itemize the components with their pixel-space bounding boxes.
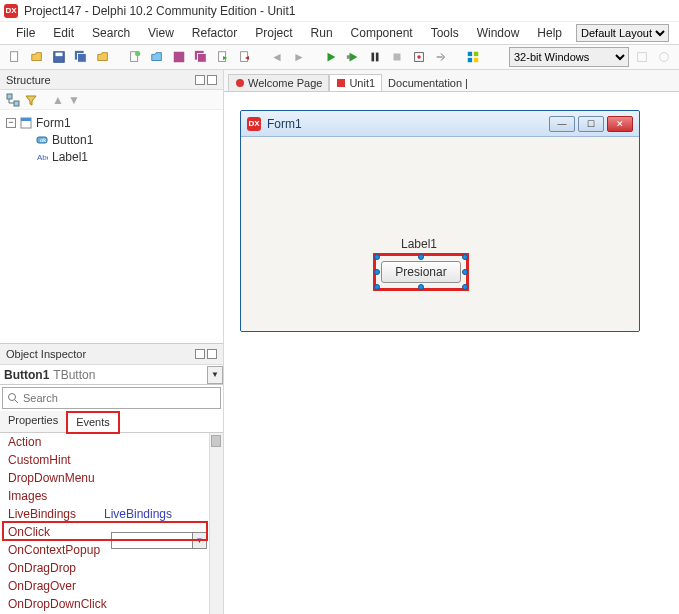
svg-point-6 bbox=[135, 51, 140, 56]
design-form[interactable]: DX Form1 — ☐ ✕ Label1 Presionar bbox=[240, 110, 640, 332]
toolbar-openproj-icon[interactable] bbox=[94, 48, 112, 66]
document-tabs: Welcome Page Unit1 Documentation | bbox=[224, 70, 679, 92]
oi-search[interactable] bbox=[2, 387, 221, 409]
tree-label1[interactable]: Abc Label1 bbox=[6, 148, 217, 165]
svg-rect-29 bbox=[21, 118, 31, 121]
oi-close-icon[interactable] bbox=[207, 349, 217, 359]
menu-refactor[interactable]: Refactor bbox=[188, 24, 241, 42]
tree-root[interactable]: − Form1 bbox=[6, 114, 217, 131]
resize-handle[interactable] bbox=[418, 284, 424, 290]
toolbar-folder-icon[interactable] bbox=[148, 48, 166, 66]
oi-component-selector[interactable]: Button1 TButton ▼ bbox=[0, 365, 223, 385]
menu-run[interactable]: Run bbox=[307, 24, 337, 42]
close-panel-icon[interactable] bbox=[207, 75, 217, 85]
expander-icon[interactable]: − bbox=[6, 118, 16, 128]
menu-view[interactable]: View bbox=[144, 24, 178, 42]
event-row: OnDropDownClick bbox=[0, 595, 223, 613]
event-row: Images bbox=[0, 487, 223, 505]
form-designer[interactable]: DX Form1 — ☐ ✕ Label1 Presionar bbox=[224, 92, 679, 614]
svg-rect-16 bbox=[376, 53, 379, 62]
tree-button1[interactable]: ok Button1 bbox=[6, 131, 217, 148]
svg-rect-2 bbox=[56, 53, 63, 57]
menu-component[interactable]: Component bbox=[347, 24, 417, 42]
onclick-dropdown-icon[interactable]: ▼ bbox=[192, 533, 206, 548]
pin-icon[interactable] bbox=[195, 75, 205, 85]
platform-selector[interactable]: 32-bit Windows bbox=[509, 47, 629, 67]
event-row: CustomHint bbox=[0, 451, 223, 469]
resize-handle[interactable] bbox=[374, 269, 380, 275]
maximize-icon[interactable]: ☐ bbox=[578, 116, 604, 132]
toolbar-back-icon[interactable]: ◄ bbox=[268, 48, 286, 66]
minimize-icon[interactable]: — bbox=[549, 116, 575, 132]
toolbar-saveall-icon[interactable] bbox=[72, 48, 90, 66]
resize-handle[interactable] bbox=[418, 254, 424, 260]
toolbar-extra1-icon[interactable] bbox=[633, 48, 651, 66]
svg-text:▸: ▸ bbox=[223, 53, 227, 62]
welcome-tab-icon bbox=[235, 78, 245, 88]
menu-tools[interactable]: Tools bbox=[427, 24, 463, 42]
resize-handle[interactable] bbox=[374, 254, 380, 260]
menu-project[interactable]: Project bbox=[251, 24, 296, 42]
form-client-area[interactable]: Label1 Presionar bbox=[241, 137, 639, 331]
toolbar-fwd-icon[interactable]: ► bbox=[290, 48, 308, 66]
struct-down-icon[interactable]: ▼ bbox=[68, 93, 80, 107]
button-node-icon: ok bbox=[36, 134, 48, 146]
tab-events[interactable]: Events bbox=[67, 412, 119, 433]
oi-events-list[interactable]: Action CustomHint DropDownMenu Images Li… bbox=[0, 433, 223, 614]
form-app-icon: DX bbox=[247, 117, 261, 131]
toolbar-removefile-icon[interactable]: ◂ bbox=[236, 48, 254, 66]
structure-tree[interactable]: − Form1 ok Button1 Abc Label1 bbox=[0, 110, 223, 344]
trace-icon[interactable] bbox=[410, 48, 428, 66]
toolbar-addfile-icon[interactable]: ▸ bbox=[214, 48, 232, 66]
svg-rect-27 bbox=[14, 101, 19, 106]
toolbar-extra2-icon[interactable] bbox=[655, 48, 673, 66]
tab-documentation[interactable]: Documentation | bbox=[382, 75, 474, 91]
onclick-value-input[interactable]: ▼ bbox=[111, 532, 207, 549]
design-button1-wrap[interactable]: Presionar bbox=[377, 257, 465, 287]
menu-help[interactable]: Help bbox=[533, 24, 566, 42]
toolbar-new-icon[interactable] bbox=[6, 48, 24, 66]
menu-search[interactable]: Search bbox=[88, 24, 134, 42]
stop-icon[interactable] bbox=[388, 48, 406, 66]
svg-point-33 bbox=[9, 394, 16, 401]
pause-icon[interactable] bbox=[366, 48, 384, 66]
struct-filter-icon[interactable] bbox=[24, 93, 38, 107]
toolbar-save-icon[interactable] bbox=[50, 48, 68, 66]
tab-properties[interactable]: Properties bbox=[0, 411, 67, 432]
tab-unit1[interactable]: Unit1 bbox=[329, 74, 382, 91]
resize-handle[interactable] bbox=[374, 284, 380, 290]
scrollbar-thumb[interactable] bbox=[211, 435, 221, 447]
struct-tree-icon[interactable] bbox=[6, 93, 20, 107]
resize-handle[interactable] bbox=[462, 269, 468, 275]
svg-rect-9 bbox=[198, 54, 207, 63]
design-button1[interactable]: Presionar bbox=[381, 261, 461, 283]
run-icon[interactable] bbox=[322, 48, 340, 66]
menu-file[interactable]: File bbox=[12, 24, 39, 42]
menu-edit[interactable]: Edit bbox=[49, 24, 78, 42]
svg-rect-26 bbox=[7, 94, 12, 99]
toolbar-disks-icon[interactable] bbox=[192, 48, 210, 66]
svg-text:◂: ◂ bbox=[245, 53, 249, 62]
oi-search-input[interactable] bbox=[23, 392, 216, 404]
svg-text:ok: ok bbox=[40, 137, 47, 143]
close-icon[interactable]: ✕ bbox=[607, 116, 633, 132]
platform-icon bbox=[464, 48, 482, 66]
toolbar-open-icon[interactable] bbox=[28, 48, 46, 66]
design-label1[interactable]: Label1 bbox=[401, 237, 437, 251]
tab-welcome[interactable]: Welcome Page bbox=[228, 74, 329, 91]
layout-selector[interactable]: Default Layout bbox=[576, 24, 669, 42]
step-icon[interactable] bbox=[432, 48, 450, 66]
toolbar-disk-icon[interactable] bbox=[170, 48, 188, 66]
svg-point-34 bbox=[236, 79, 244, 87]
oi-dropdown-icon[interactable]: ▼ bbox=[207, 366, 223, 384]
resize-handle[interactable] bbox=[462, 254, 468, 260]
resize-handle[interactable] bbox=[462, 284, 468, 290]
search-icon bbox=[7, 392, 19, 404]
events-scrollbar[interactable] bbox=[209, 433, 223, 614]
menu-window[interactable]: Window bbox=[473, 24, 524, 42]
structure-toolbar: ▲ ▼ bbox=[0, 90, 223, 110]
oi-pin-icon[interactable] bbox=[195, 349, 205, 359]
toolbar-newitems-icon[interactable] bbox=[126, 48, 144, 66]
struct-up-icon[interactable]: ▲ bbox=[52, 93, 64, 107]
run-nodebug-icon[interactable] bbox=[344, 48, 362, 66]
